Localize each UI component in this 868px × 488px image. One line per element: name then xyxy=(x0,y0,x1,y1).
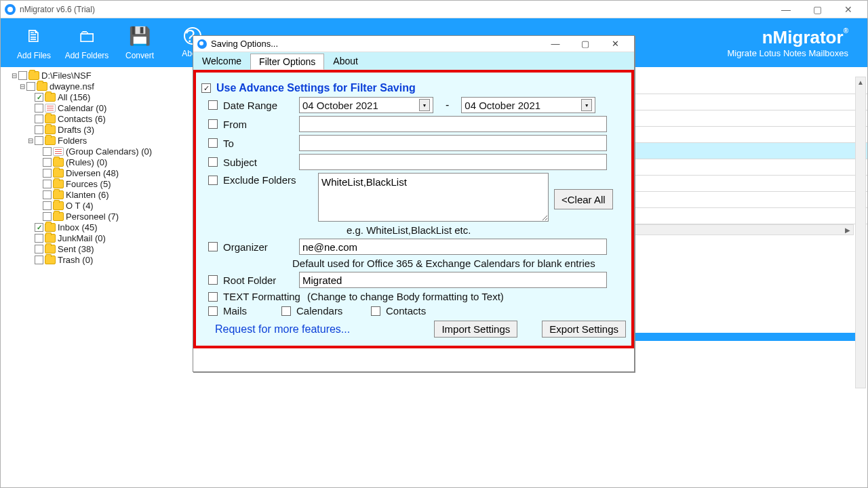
tree-item[interactable]: All (156) xyxy=(2,92,193,102)
root-folder-input[interactable] xyxy=(299,272,607,288)
folder-icon xyxy=(45,245,56,253)
tree-checkbox[interactable] xyxy=(43,180,52,188)
tree-item[interactable]: ⊟D:\Files\NSF xyxy=(2,70,193,81)
tree-item[interactable]: JunkMail (0) xyxy=(2,232,193,243)
clear-all-button[interactable]: <Clear All xyxy=(554,189,613,209)
expand-icon[interactable]: ⊟ xyxy=(26,137,35,144)
dialog-maximize-button[interactable]: ▢ xyxy=(570,39,600,49)
save-icon: 💾 xyxy=(129,26,151,47)
tree-checkbox[interactable] xyxy=(35,234,43,243)
tree-item-label: Diversen (48) xyxy=(66,168,119,178)
contacts-checkbox[interactable] xyxy=(371,306,380,316)
tree-item[interactable]: Diversen (48) xyxy=(2,167,193,178)
subject-label: Subject xyxy=(223,157,299,168)
to-checkbox[interactable] xyxy=(208,138,218,148)
tab-filter-options[interactable]: Filter Options xyxy=(250,54,324,70)
root-folder-checkbox[interactable] xyxy=(208,275,218,285)
from-checkbox[interactable] xyxy=(208,119,218,129)
advance-settings-checkbox[interactable] xyxy=(201,83,211,93)
tree-item-label: Drafts (3) xyxy=(58,125,94,135)
text-formatting-checkbox[interactable] xyxy=(208,292,218,302)
dialog-title: Saving Options... xyxy=(211,39,540,49)
tree-item[interactable]: ⊟Folders xyxy=(2,135,193,146)
toolbar-add-files[interactable]: 🗎 Add Files xyxy=(7,26,60,60)
folder-icon xyxy=(37,82,47,91)
calendars-checkbox[interactable] xyxy=(281,306,291,316)
dialog-close-button[interactable]: ✕ xyxy=(600,39,630,49)
date-to-picker[interactable]: 04 October 2021 xyxy=(461,97,595,113)
dialog-minimize-button[interactable]: — xyxy=(540,39,570,49)
tree-checkbox[interactable] xyxy=(43,212,52,221)
tree-item[interactable]: Personeel (7) xyxy=(2,211,193,222)
organizer-input[interactable] xyxy=(299,239,607,255)
tree-item[interactable]: Drafts (3) xyxy=(2,124,193,135)
tree-item[interactable]: Trash (0) xyxy=(2,254,193,265)
tree-item[interactable]: Contacts (6) xyxy=(2,113,193,124)
tree-checkbox[interactable] xyxy=(35,245,43,253)
tree-item[interactable]: O T (4) xyxy=(2,200,193,211)
tree-item-label: (Rules) (0) xyxy=(66,157,107,167)
tree-item[interactable]: (Group Calendars) (0) xyxy=(2,146,193,157)
folder-tree[interactable]: ⊟D:\Files\NSF⊟dwayne.nsfAll (156)Calenda… xyxy=(1,67,195,487)
calendar-dropdown-icon[interactable] xyxy=(581,99,592,111)
tree-checkbox[interactable] xyxy=(35,223,43,232)
tree-item-label: Personeel (7) xyxy=(66,211,119,222)
organizer-checkbox[interactable] xyxy=(208,242,218,251)
tree-checkbox[interactable] xyxy=(35,115,43,123)
folder-icon xyxy=(45,136,56,145)
folder-icon xyxy=(53,158,64,167)
tree-checkbox[interactable] xyxy=(35,125,43,134)
date-range-checkbox[interactable] xyxy=(208,100,218,110)
toolbar-convert[interactable]: 💾 Convert xyxy=(113,26,166,60)
main-titlebar: nMigrator v6.6 (Trial) — ▢ ✕ xyxy=(1,1,867,18)
tree-checkbox[interactable] xyxy=(35,136,43,145)
tree-checkbox[interactable] xyxy=(43,201,52,210)
tab-welcome[interactable]: Welcome xyxy=(193,53,250,69)
date-to-value: 04 October 2021 xyxy=(465,100,540,111)
export-settings-button[interactable]: Export Settings xyxy=(542,321,626,338)
tree-checkbox[interactable] xyxy=(43,190,52,199)
tree-checkbox[interactable] xyxy=(35,104,43,113)
tree-item[interactable]: (Rules) (0) xyxy=(2,157,193,167)
tree-checkbox[interactable] xyxy=(43,158,52,167)
tree-checkbox[interactable] xyxy=(35,256,43,264)
mails-checkbox[interactable] xyxy=(208,306,218,316)
filter-options-panel: Use Advance Settings for Filter Saving D… xyxy=(193,70,634,348)
tree-item[interactable]: Calendar (0) xyxy=(2,102,193,113)
tab-about[interactable]: About xyxy=(324,53,367,69)
tree-item[interactable]: Sent (38) xyxy=(2,243,193,254)
scroll-up-icon[interactable]: ▲ xyxy=(856,77,865,88)
tree-checkbox[interactable] xyxy=(43,169,52,178)
from-input[interactable] xyxy=(299,116,607,132)
exclude-folders-checkbox[interactable] xyxy=(208,176,218,185)
request-features-link[interactable]: Request for more features... xyxy=(215,323,350,336)
vertical-scrollbar[interactable]: ▲ xyxy=(855,77,866,388)
date-range-label: Date Range xyxy=(223,100,299,111)
window-maximize-button[interactable]: ▢ xyxy=(808,4,827,15)
tree-item-label: Inbox (45) xyxy=(58,222,98,232)
folder-icon xyxy=(45,125,56,134)
import-settings-button[interactable]: Import Settings xyxy=(434,321,517,338)
scroll-right-icon[interactable]: ▶ xyxy=(842,226,853,234)
tree-item[interactable]: ⊟dwayne.nsf xyxy=(2,81,193,92)
tree-item[interactable]: Klanten (6) xyxy=(2,189,193,200)
tree-checkbox[interactable] xyxy=(26,82,35,91)
subject-checkbox[interactable] xyxy=(208,157,218,167)
expand-icon[interactable]: ⊟ xyxy=(18,83,26,90)
exclude-folders-input[interactable] xyxy=(318,173,549,222)
expand-icon[interactable]: ⊟ xyxy=(10,72,18,79)
calendar-dropdown-icon[interactable] xyxy=(419,99,430,111)
tree-item[interactable]: Inbox (45) xyxy=(2,222,193,232)
window-minimize-button[interactable]: — xyxy=(776,4,795,15)
toolbar-add-folders[interactable]: 🗀 Add Folders xyxy=(60,26,113,60)
tree-checkbox[interactable] xyxy=(18,71,27,80)
tree-checkbox[interactable] xyxy=(35,93,43,102)
tree-item[interactable]: Fources (5) xyxy=(2,178,193,189)
to-input[interactable] xyxy=(299,135,607,151)
tree-checkbox[interactable] xyxy=(43,147,52,156)
subject-input[interactable] xyxy=(299,154,607,170)
tree-item-label: Contacts (6) xyxy=(58,114,106,124)
date-from-picker[interactable]: 04 October 2021 xyxy=(299,97,433,113)
window-close-button[interactable]: ✕ xyxy=(839,4,858,15)
app-title: nMigrator v6.6 (Trial) xyxy=(20,5,776,14)
